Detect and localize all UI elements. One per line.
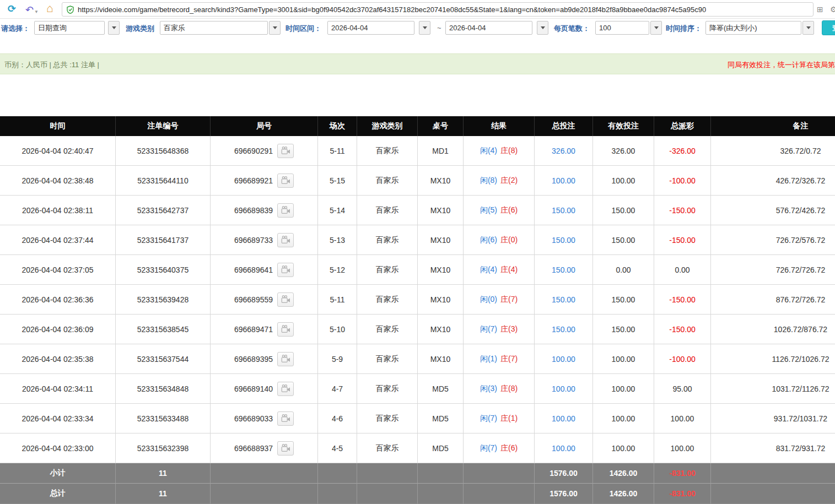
result-player: 闲(4) xyxy=(480,146,497,156)
cell-table-number: MX10 xyxy=(418,166,464,196)
result-banker: 庄(8) xyxy=(500,146,518,156)
page-size-input[interactable] xyxy=(595,21,649,35)
result-player: 闲(4) xyxy=(480,265,497,275)
cell-session: 5-11 xyxy=(318,285,357,315)
column-header: 时间 xyxy=(0,116,116,136)
video-replay-button[interactable] xyxy=(277,292,294,307)
cell-result: 闲(1) 庄(7) xyxy=(464,344,535,374)
cell-total-bet[interactable]: 150.00 xyxy=(535,285,593,315)
cell-session: 4-6 xyxy=(318,404,357,433)
cell-total-payout: -150.00 xyxy=(654,225,711,255)
cell-total-bet[interactable]: 100.00 xyxy=(535,433,593,463)
video-replay-button[interactable] xyxy=(277,144,294,158)
undo-button[interactable]: ↶ ▼ xyxy=(25,4,39,16)
cell-round: 696689395 xyxy=(211,344,318,374)
cell-total-bet[interactable]: 100.00 xyxy=(535,344,593,374)
cell-game-type: 百家乐 xyxy=(357,285,418,315)
time-sort-input[interactable] xyxy=(705,21,801,35)
cell-game-type: 百家乐 xyxy=(357,374,418,404)
total-valid-bet: 1426.00 xyxy=(593,484,654,504)
cell-round: 696689559 xyxy=(211,285,318,315)
game-category-dropdown-arrow-icon[interactable] xyxy=(269,21,281,35)
cell-valid-bet: 100.00 xyxy=(593,433,654,463)
cell-round: 696689733 xyxy=(211,225,318,255)
cell-round: 696689839 xyxy=(211,196,318,225)
column-header: 桌号 xyxy=(418,116,464,136)
round-number: 696689839 xyxy=(234,206,273,215)
round-number: 696689033 xyxy=(234,414,273,423)
cell-result: 闲(4) 庄(8) xyxy=(464,136,535,166)
cell-result: 闲(7) 庄(6) xyxy=(464,433,535,463)
cell-total-bet[interactable]: 100.00 xyxy=(535,404,593,433)
cell-round: 696689033 xyxy=(211,404,318,433)
cell-round: 696688937 xyxy=(211,433,318,463)
cell-result: 闲(7) 庄(1) xyxy=(464,404,535,433)
reload-icon[interactable]: ⟳ xyxy=(8,4,16,14)
cell-total-payout: -150.00 xyxy=(654,285,711,315)
video-replay-button[interactable] xyxy=(277,411,294,426)
cell-total-payout: 0.00 xyxy=(654,255,711,285)
video-replay-button[interactable] xyxy=(277,263,294,277)
cell-time: 2026-04-04 02:34:11 xyxy=(0,374,116,404)
cell-time: 2026-04-04 02:37:05 xyxy=(0,255,116,285)
cell-total-payout: 95.00 xyxy=(654,374,711,404)
search-button[interactable]: 查询 xyxy=(822,20,835,35)
cell-game-type: 百家乐 xyxy=(357,433,418,463)
filter-bar: 请选择： 游戏类别 时间区间： ~ 每页笔数： 时间排序： 查询 xyxy=(0,19,835,36)
cell-session: 5-14 xyxy=(318,196,357,225)
cell-session: 5-12 xyxy=(318,255,357,285)
query-type-input[interactable] xyxy=(34,21,105,35)
cell-table-number: MX10 xyxy=(418,255,464,285)
cell-total-bet[interactable]: 150.00 xyxy=(535,315,593,344)
cell-total-payout: -326.00 xyxy=(654,136,711,166)
cell-note: 726.72/726.72 xyxy=(711,255,835,285)
total-payout: -831.00 xyxy=(654,484,711,504)
cell-result: 闲(8) 庄(2) xyxy=(464,166,535,196)
cell-valid-bet: 100.00 xyxy=(593,166,654,196)
column-header: 注单编号 xyxy=(116,116,211,136)
result-banker: 庄(7) xyxy=(500,295,518,305)
cell-result: 闲(0) 庄(7) xyxy=(464,285,535,315)
apps-grid-icon[interactable]: ⊞ xyxy=(817,5,823,14)
cell-total-bet[interactable]: 100.00 xyxy=(535,374,593,404)
page-size-label: 每页笔数： xyxy=(554,24,590,34)
cell-total-bet[interactable]: 150.00 xyxy=(535,196,593,225)
video-replay-button[interactable] xyxy=(277,441,294,456)
cell-total-bet[interactable]: 150.00 xyxy=(535,225,593,255)
cell-note: 726.72/576.72 xyxy=(711,225,835,255)
video-replay-button[interactable] xyxy=(277,174,294,188)
url-text[interactable]: https://videoie.com/game/betrecord_searc… xyxy=(78,6,706,14)
query-type-dropdown-arrow-icon[interactable] xyxy=(108,21,120,35)
cell-total-bet[interactable]: 100.00 xyxy=(535,166,593,196)
round-number: 696688937 xyxy=(234,444,273,453)
date-from-input[interactable] xyxy=(327,21,414,35)
cell-total-payout: -150.00 xyxy=(654,315,711,344)
video-replay-button[interactable] xyxy=(277,233,294,247)
cell-total-bet[interactable]: 150.00 xyxy=(535,255,593,285)
undo-dropdown-caret-icon[interactable]: ▼ xyxy=(34,9,39,14)
subtotal-row: 小计 11 1576.00 1426.00 -831.00 xyxy=(0,463,835,484)
cell-total-bet[interactable]: 326.00 xyxy=(535,136,593,166)
time-sort-dropdown-arrow-icon[interactable] xyxy=(802,21,814,35)
game-category-input[interactable] xyxy=(160,21,268,35)
video-replay-button[interactable] xyxy=(277,322,294,337)
column-header: 有效投注 xyxy=(593,116,654,136)
address-bar[interactable]: https://videoie.com/game/betrecord_searc… xyxy=(62,2,814,17)
date-to-input[interactable] xyxy=(445,21,532,35)
video-replay-button[interactable] xyxy=(277,203,294,218)
cell-game-type: 百家乐 xyxy=(357,166,418,196)
table-row: 2026-04-04 02:33:34 523315633488 6966890… xyxy=(0,404,835,433)
page-size-dropdown-arrow-icon[interactable] xyxy=(650,21,662,35)
cell-note: 426.72/326.72 xyxy=(711,166,835,196)
cell-session: 4-7 xyxy=(318,374,357,404)
result-player: 闲(7) xyxy=(480,324,497,334)
settings-icon[interactable]: ⚙ xyxy=(830,5,835,14)
round-number: 696689641 xyxy=(234,265,273,274)
video-replay-button[interactable] xyxy=(277,382,294,396)
date-from-dropdown-arrow-icon[interactable] xyxy=(419,21,430,35)
video-replay-button[interactable] xyxy=(277,352,294,366)
subtotal-payout: -831.00 xyxy=(654,463,711,484)
cell-total-payout: 100.00 xyxy=(654,433,711,463)
date-to-dropdown-arrow-icon[interactable] xyxy=(537,21,548,35)
home-icon[interactable]: ⌂ xyxy=(46,2,53,14)
